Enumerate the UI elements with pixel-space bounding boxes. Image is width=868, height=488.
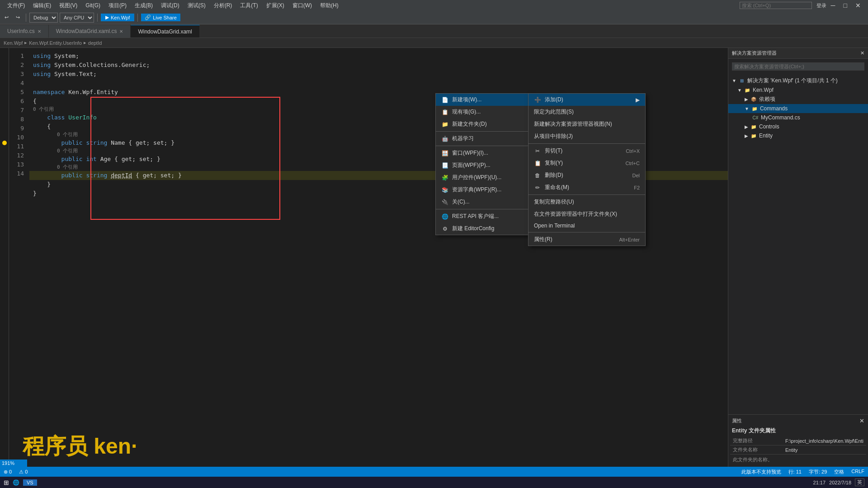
- existing-item-icon: 📋: [441, 109, 448, 116]
- menu-git[interactable]: Git(G): [82, 1, 104, 9]
- ml-icon: 🤖: [441, 135, 448, 142]
- ctx2-sep-1: [528, 143, 645, 144]
- tree-project[interactable]: ▼ 📁 Ken.Wpf: [728, 85, 868, 95]
- maximize-button[interactable]: □: [840, 1, 851, 10]
- ctx-open-terminal[interactable]: Open in Terminal: [528, 220, 645, 231]
- ctx2-sep-3: [528, 232, 645, 232]
- properties-close[interactable]: ✕: [859, 417, 864, 424]
- taskbar-start[interactable]: ⊞: [4, 479, 9, 486]
- tree-mycommand[interactable]: C# MyCommand.cs: [728, 113, 868, 122]
- ctx-add-label: 添加(D): [545, 96, 563, 104]
- commands-label: Commands: [760, 105, 788, 112]
- tab-userinfo-close[interactable]: ✕: [38, 29, 41, 34]
- menu-view[interactable]: 视图(V): [56, 1, 81, 10]
- ctx-cut[interactable]: ✂ 剪切(T) Ctrl+X: [528, 145, 645, 157]
- path-member[interactable]: deptId: [88, 40, 102, 46]
- tab-windowdatagrid-xaml-label: WindowDataGrid.xaml: [138, 28, 192, 35]
- ctx-open-folder-label: 在文件资源管理器中打开文件夹(X): [534, 210, 617, 218]
- toolbar-separator-3: [137, 14, 138, 22]
- properties-header: 属性 ✕: [730, 417, 866, 425]
- ctx-scope[interactable]: 限定为此范围(S): [528, 106, 645, 118]
- props-row-foldername: 文件夹名称 Entity: [730, 445, 866, 455]
- taskbar-input[interactable]: 英: [855, 479, 864, 486]
- controls-icon: 📁: [750, 123, 757, 130]
- menu-build[interactable]: 生成(B): [131, 1, 156, 10]
- ctx-exclude[interactable]: 从项目中排除(J): [528, 130, 645, 142]
- menu-test[interactable]: 测试(S): [184, 1, 209, 10]
- status-right: 此版本不支持预览 行: 11 字节: 29 空格 CRLF: [741, 469, 864, 475]
- menu-project[interactable]: 项目(P): [105, 1, 130, 10]
- ctx-delete-label: 删除(D): [545, 171, 563, 179]
- menu-edit[interactable]: 编辑(E): [29, 1, 55, 10]
- solution-explorer-header: 解决方案资源管理器 ✕: [728, 48, 868, 59]
- tab-userinfo-label: UserInfo.cs: [7, 28, 35, 34]
- ctx-cut-label: 剪切(T): [545, 147, 562, 155]
- live-share-button[interactable]: 🔗 Live Share: [141, 14, 180, 21]
- cpu-config-select[interactable]: Any CPU: [60, 13, 94, 23]
- ctx-rename[interactable]: ✏ 重命名(M) F2: [528, 181, 645, 194]
- global-search-input[interactable]: [740, 2, 812, 9]
- tab-userinfo[interactable]: UserInfo.cs ✕: [0, 25, 49, 38]
- ctx-properties-label: 属性(R): [534, 236, 552, 243]
- status-encoding: CRLF: [851, 469, 864, 475]
- code-line-2: using System.Collections.Generic;: [29, 61, 728, 70]
- usercontrol-wpf-icon: 🧩: [441, 174, 448, 181]
- debug-config-select[interactable]: Debug: [29, 13, 58, 23]
- project-icon: 📁: [744, 86, 751, 94]
- taskbar-time: 21:17: [813, 480, 826, 485]
- tab-windowdatagrid-cs-close[interactable]: ✕: [119, 29, 123, 34]
- ctx-add[interactable]: ➕ 添加(D) ▶: [528, 94, 645, 106]
- ctx-copy[interactable]: 📋 复制(Y) Ctrl+C: [528, 157, 645, 169]
- ctx-ml-label: 机器学习: [452, 135, 474, 142]
- code-line-1: using System;: [29, 52, 728, 61]
- props-fullpath-label: 完整路径: [730, 436, 783, 445]
- solution-explorer-close[interactable]: ✕: [860, 50, 864, 56]
- ctx-new-solution-view-label: 新建解决方案资源管理器视图(N): [534, 120, 612, 128]
- menu-help[interactable]: 帮助(H): [316, 1, 342, 10]
- redo-button[interactable]: ↪: [13, 14, 23, 21]
- solution-icon: ⊞: [738, 77, 745, 85]
- tree-entity[interactable]: ▶ 📁 Entity: [728, 131, 868, 140]
- rename-icon: ✏: [534, 184, 541, 191]
- menu-tools[interactable]: 工具(T): [236, 1, 261, 10]
- taskbar-vs[interactable]: VS: [23, 479, 37, 486]
- tree-commands[interactable]: ▼ 📁 Commands: [728, 104, 868, 113]
- close-button[interactable]: ✕: [852, 1, 864, 10]
- taskbar-date: 2022/7/18: [829, 480, 851, 485]
- undo-button[interactable]: ↩: [2, 14, 11, 21]
- menu-bar: 文件(F) 编辑(E) 视图(V) Git(G) 项目(P) 生成(B) 调试(…: [0, 0, 868, 11]
- zoom-level: 191%: [2, 460, 14, 466]
- tree-solution[interactable]: ▼ ⊞ 解决方案 'Ken.Wpf' (1 个项目/共 1 个): [728, 76, 868, 85]
- menu-file[interactable]: 文件(F): [4, 1, 28, 10]
- dependencies-label: 依赖项: [759, 95, 775, 103]
- path-namespace[interactable]: Ken.Wpf.Entity.UserInfo: [29, 40, 82, 46]
- project-expand-arrow: ▼: [737, 88, 742, 93]
- tree-controls[interactable]: ▶ 📁 Controls: [728, 122, 868, 131]
- ctx-properties[interactable]: 属性(R) Alt+Enter: [528, 233, 645, 246]
- path-project[interactable]: Ken.Wpf: [4, 40, 23, 46]
- page-wpf-icon: 📃: [441, 162, 448, 169]
- tab-bar: UserInfo.cs ✕ WindowDataGrid.xaml.cs ✕ W…: [0, 24, 868, 38]
- solution-search-area: [728, 59, 868, 74]
- menu-extensions[interactable]: 扩展(X): [263, 1, 288, 10]
- context-menu-add: ➕ 添加(D) ▶ 限定为此范围(S) 新建解决方案资源管理器视图(N) 从项目…: [528, 93, 646, 246]
- project-label: Ken.Wpf: [753, 87, 774, 93]
- resource-wpf-icon: 📚: [441, 186, 448, 194]
- ctx-new-solution-view[interactable]: 新建解决方案资源管理器视图(N): [528, 118, 645, 130]
- ctx-scope-label: 限定为此范围(S): [534, 108, 574, 116]
- tab-windowdatagrid-xaml[interactable]: WindowDataGrid.xaml: [131, 25, 199, 38]
- taskbar-edge[interactable]: 🌐: [13, 479, 19, 486]
- tree-dependencies[interactable]: ▶ 📦 依赖项: [728, 95, 868, 104]
- ctx-delete[interactable]: 🗑 删除(D) Del: [528, 169, 645, 181]
- menu-debug[interactable]: 调试(D): [157, 1, 183, 10]
- menu-analyze[interactable]: 分析(R): [210, 1, 236, 10]
- user-login[interactable]: 登录: [816, 2, 826, 9]
- ctx-copy-path[interactable]: 复制完整路径(U): [528, 196, 645, 208]
- ctx-open-folder[interactable]: 在文件资源管理器中打开文件夹(X): [528, 208, 645, 220]
- run-button[interactable]: ▶ Ken.Wpf: [101, 14, 134, 21]
- tab-windowdatagrid-cs[interactable]: WindowDataGrid.xaml.cs ✕: [49, 25, 131, 38]
- menu-window[interactable]: 窗口(W): [289, 1, 316, 10]
- ctx-existing-item-label: 现有项(G)...: [452, 108, 481, 116]
- minimize-button[interactable]: ─: [827, 1, 839, 10]
- solution-search-input[interactable]: [732, 62, 864, 71]
